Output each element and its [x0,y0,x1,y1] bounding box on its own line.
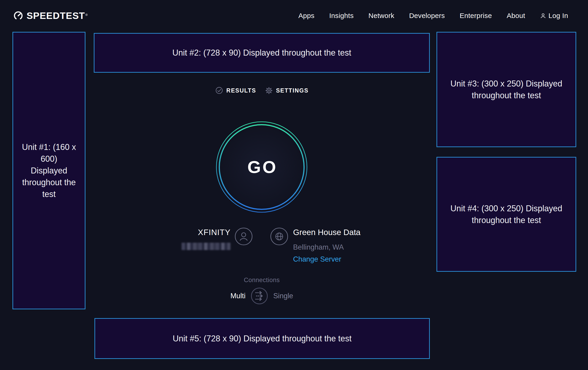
connection-info-row: XFINITY Green House Data Bellingham, WA … [94,227,430,264]
person-outline-icon [540,13,546,19]
ad-unit-1-skyscraper[interactable]: Unit #1: (160 x 600) Displayed throughou… [12,32,85,309]
isp-name[interactable]: XFINITY [198,228,231,237]
nav-item-developers[interactable]: Developers [409,12,445,20]
ad-unit-3-rectangle[interactable]: Unit #3: (300 x 250) Displayed throughou… [437,32,576,147]
tab-settings[interactable]: SETTINGS [265,87,309,95]
multi-arrows-icon [251,287,268,305]
nav-item-about[interactable]: About [507,12,525,20]
speedtest-logo[interactable]: SPEEDTEST ® [13,10,87,21]
ad-unit-2-text: Unit #2: (728 x 90) Displayed throughout… [172,47,351,59]
connections-toggle[interactable] [251,287,268,305]
connections-single-option[interactable]: Single [273,292,293,300]
go-button-label: GO [216,121,308,213]
ad-unit-4-rectangle[interactable]: Unit #4: (300 x 250) Displayed throughou… [437,157,576,272]
nav-item-login[interactable]: Log In [540,12,568,20]
ad-unit-1-text: Unit #1: (160 x 600) Displayed throughou… [21,141,76,200]
login-label: Log In [548,12,568,20]
main-nav: Apps Insights Network Developers Enterpr… [298,12,568,20]
redacted-ip-address [181,243,231,250]
speedtest-page: SPEEDTEST ® Apps Insights Network Develo… [0,0,588,370]
go-button[interactable]: GO [216,121,308,213]
ad-unit-5-leaderboard[interactable]: Unit #5: (728 x 90) Displayed throughout… [94,318,430,359]
nav-item-network[interactable]: Network [368,12,394,20]
ad-unit-5-text: Unit #5: (728 x 90) Displayed throughout… [173,333,352,344]
change-server-link[interactable]: Change Server [293,255,341,264]
connections-toggle-row: Multi Single [231,287,293,305]
results-tab-label: RESULTS [226,87,256,94]
connections-heading: Connections [244,276,280,284]
logo-text: SPEEDTEST [27,10,85,21]
server-location: Bellingham, WA [293,243,344,252]
speedometer-gauge-icon [13,10,23,21]
settings-tab-label: SETTINGS [276,87,309,94]
isp-person-icon [235,228,253,245]
nav-item-apps[interactable]: Apps [298,12,315,20]
check-circle-icon [215,86,223,95]
gear-icon [265,87,273,95]
ad-unit-4-text: Unit #4: (300 x 250) Displayed throughou… [450,202,563,226]
nav-item-insights[interactable]: Insights [329,12,354,20]
ad-unit-2-leaderboard[interactable]: Unit #2: (728 x 90) Displayed throughout… [94,33,430,73]
ad-unit-3-text: Unit #3: (300 x 250) Displayed throughou… [450,78,563,101]
server-globe-icon [270,228,288,245]
server-name: Green House Data [293,228,360,237]
top-nav-bar: SPEEDTEST ® Apps Insights Network Develo… [0,0,588,31]
connections-section: Connections Multi Single [94,276,430,305]
isp-block: XFINITY [143,227,231,250]
connections-multi-option[interactable]: Multi [231,292,245,300]
nav-item-enterprise[interactable]: Enterprise [460,12,492,20]
trademark-mark: ® [85,13,88,17]
server-block: Green House Data Bellingham, WA Change S… [293,227,381,264]
test-tabs: RESULTS [94,83,430,98]
tab-results[interactable]: RESULTS [215,86,256,95]
